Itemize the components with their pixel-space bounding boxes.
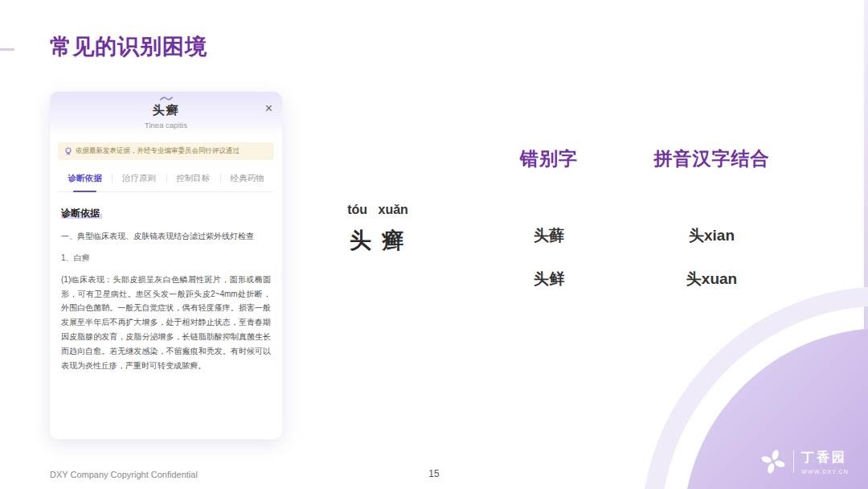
wrong-character-item: 头藓 xyxy=(492,225,606,246)
paragraph-clinical: (1)临床表现：头部皮损呈灰白色鳞屑性斑片，圆形或椭圆形，可有卫星病灶。患区头发… xyxy=(61,273,271,373)
page-number: 15 xyxy=(0,468,868,479)
logo-url: WWW.DXY.CN xyxy=(801,469,849,475)
column-header-pinyin-hanzi-mix: 拼音汉字结合 xyxy=(625,146,798,171)
dxy-flower-icon xyxy=(760,449,786,475)
disease-info-card: 头癣 Tinea capitis × 依据最新发表证据，并经专业编审委员会同行评… xyxy=(50,92,282,439)
tab-treatment-principle[interactable]: 治疗原则 xyxy=(112,165,166,191)
wave-handle-icon xyxy=(160,96,173,101)
tab-diagnosis-basis[interactable]: 诊断依据 xyxy=(58,165,112,191)
paragraph-subtitle: 1、白癣 xyxy=(61,253,271,264)
pinyin-label: tóu xuǎn xyxy=(326,203,430,217)
paragraph-exam-method: 一、典型临床表现、皮肤镜表现结合滤过紫外线灯检查 xyxy=(61,229,271,244)
title-accent-dash xyxy=(0,48,14,51)
correct-term-block: tóu xuǎn 头 癣 xyxy=(326,203,430,255)
logo-divider xyxy=(793,450,794,473)
close-icon[interactable]: × xyxy=(265,103,272,114)
brand-logo: 丁香园 WWW.DXY.CN xyxy=(760,449,849,475)
pinyin-hanzi-item: 头xian xyxy=(625,225,798,246)
card-header: 头癣 Tinea capitis × xyxy=(50,92,282,136)
card-body: 诊断依据 一、典型临床表现、皮肤镜表现结合滤过紫外线灯检查 1、白癣 (1)临床… xyxy=(50,192,282,372)
wrong-character-item: 头鲜 xyxy=(492,269,606,290)
column-pinyin-hanzi-mix: 拼音汉字结合 头xian 头xuan xyxy=(625,146,798,307)
card-subtitle: Tinea capitis xyxy=(50,121,282,129)
page-title: 常见的识别困境 xyxy=(50,32,207,61)
card-tabs: 诊断依据 治疗原则 控制目标 经典药物 xyxy=(58,165,274,192)
pinyin-hanzi-item: 头xuan xyxy=(625,269,798,290)
tab-control-target[interactable]: 控制目标 xyxy=(166,165,220,191)
evidence-badge-text: 依据最新发表证据，并经专业编审委员会同行评议通过 xyxy=(76,146,240,156)
logo-text-block: 丁香园 WWW.DXY.CN xyxy=(801,450,849,475)
tab-classic-drugs[interactable]: 经典药物 xyxy=(220,165,274,191)
right-edge-decoration xyxy=(864,0,868,489)
column-header-wrong-characters: 错别字 xyxy=(492,146,606,171)
logo-name: 丁香园 xyxy=(801,450,849,466)
evidence-seal-icon xyxy=(64,147,72,156)
section-heading: 诊断依据 xyxy=(61,208,102,219)
correct-word: 头 癣 xyxy=(326,226,430,255)
column-wrong-characters: 错别字 头藓 头鲜 xyxy=(492,146,606,307)
card-title: 头癣 xyxy=(50,103,282,118)
evidence-badge: 依据最新发表证据，并经专业编审委员会同行评议通过 xyxy=(58,142,274,160)
